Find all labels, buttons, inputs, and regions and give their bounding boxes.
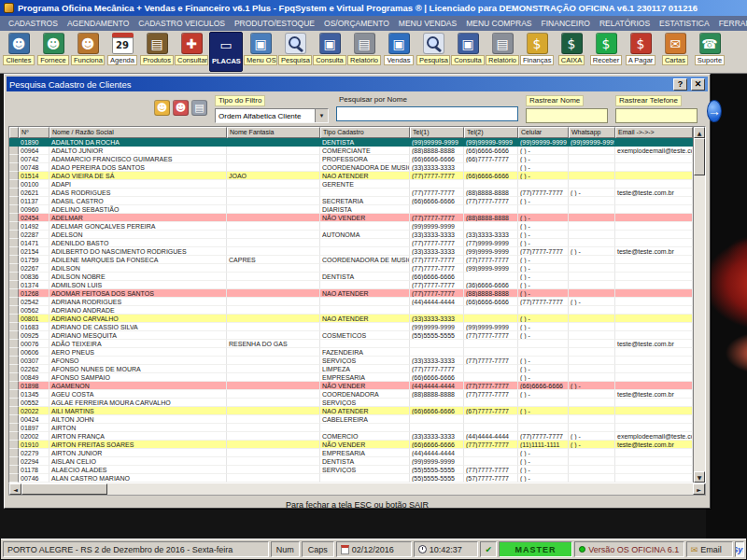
- table-row[interactable]: 00552AGLAE FERREIRA MOURA CARVALHOSERVIÇ…: [9, 399, 693, 407]
- menu-item-produto-estoque[interactable]: PRODUTO/ESTOQUE: [230, 17, 319, 30]
- table-row[interactable]: 00100ADAPIGERENTE: [9, 180, 693, 189]
- column-header-nome-raz-o-social[interactable]: Nome / Razão Social: [49, 127, 227, 138]
- horizontal-scroll-track[interactable]: [107, 483, 693, 495]
- vertical-scroll-track[interactable]: [694, 175, 705, 471]
- column-header-tel-2[interactable]: Tel(2): [464, 127, 518, 138]
- menu-item-cadastro-veiculos[interactable]: CADASTRO VEICULOS: [134, 17, 230, 30]
- vertical-scrollbar[interactable]: ▲ ▼: [693, 127, 705, 483]
- column-header-nome-fantasia[interactable]: Nome Fantasia: [227, 127, 320, 138]
- letters-button[interactable]: ✉Cartas: [658, 32, 692, 72]
- table-row[interactable]: 00849AFONSO SAMPAIOEMPRESARIA(66)6666-66…: [9, 373, 693, 382]
- track-name-input[interactable]: [526, 108, 608, 123]
- table-row[interactable]: 01910AIRTON FREITAS SOARESNÃO VENDER(66)…: [9, 441, 693, 449]
- status-email-button[interactable]: ✉ Email: [686, 541, 733, 557]
- scroll-right-icon[interactable]: ►: [693, 483, 705, 495]
- table-row[interactable]: 00748ADAO PEREIRA DOS SANTOSCOORDENADORA…: [9, 163, 693, 172]
- table-row[interactable]: 00562ADRIANO ANDRADE: [9, 306, 693, 315]
- table-row[interactable]: 01898AGAMENONNÃO VENDER(44)4444-4444(77)…: [9, 382, 693, 390]
- menu-item-financeiro[interactable]: FINANCEIRO: [537, 17, 595, 30]
- table-row[interactable]: 02022AILI MARTINSNAO ATENDER(66)6666-666…: [9, 407, 693, 415]
- menu-item-os-or-amento[interactable]: OS/ORÇAMENTO: [319, 17, 394, 30]
- cash-button[interactable]: $CAIXA: [555, 32, 588, 72]
- table-row[interactable]: 00424AILTON JOHNCABELEREIRA: [9, 415, 693, 424]
- search-go-button[interactable]: →: [707, 100, 722, 122]
- table-row[interactable]: 02454ADELMARNÃO VENDER(77)7777-7777(88)8…: [9, 214, 693, 222]
- table-row[interactable]: 02154ADILBERTO DO NASCIMENTO RODRIGUES(3…: [9, 247, 693, 256]
- scroll-down-icon[interactable]: ▼: [694, 471, 705, 483]
- table-row[interactable]: 01897AIRTON: [9, 424, 693, 432]
- table-row[interactable]: 00801ADRIANO CARVALHONAO ATENDER(33)3333…: [9, 315, 693, 323]
- table-row[interactable]: 01514ADAO VIEIRA DE SÁJOAONAO ATENDER(77…: [9, 172, 693, 180]
- sales-button[interactable]: ▣Vendas: [382, 32, 416, 72]
- table-row[interactable]: 00836ADILSON NOBREDENTISTA(66)6666-6666(…: [9, 273, 693, 281]
- scroll-left-icon[interactable]: ◄: [9, 483, 21, 495]
- table-row[interactable]: 01178ALAECIO ALADESSERVIÇOS(55)5555-5555…: [9, 466, 693, 474]
- menu-item-estatistica[interactable]: ESTATISTICA: [655, 17, 714, 30]
- sales-view-button[interactable]: ▣Consulta: [451, 32, 485, 72]
- table-row[interactable]: 02262AFONSO NUNES DE MOURALIMPEZA(77)777…: [9, 365, 693, 373]
- table-row[interactable]: 00076ADÃO TEIXEIRARESENHA DO GASteste@te…: [9, 340, 693, 348]
- printer-icon[interactable]: ▤: [191, 100, 207, 116]
- smiley-red-icon[interactable]: ☻: [173, 100, 189, 116]
- table-row[interactable]: 00925ADRIANO MESQUITACOSMETICOS(55)5555-…: [9, 331, 693, 340]
- suppliers-button[interactable]: ☻Fornece: [36, 32, 70, 72]
- table-row[interactable]: 00307AFONSOSERVIÇOS(33)3333-3333(77)7777…: [9, 357, 693, 365]
- scroll-up-icon[interactable]: ▲: [694, 127, 705, 138]
- finance-button[interactable]: $Finanças: [520, 32, 554, 72]
- table-row[interactable]: 02294AISLAN CELIODENTISTA(99)9999-9999( …: [9, 457, 693, 466]
- employees-button[interactable]: ☻Funciona: [71, 32, 105, 72]
- os-menu-button[interactable]: ▣Menu OS: [244, 32, 277, 72]
- table-row[interactable]: 02542ADRIANA RODRIGUES(44)4444-4444(66)6…: [9, 298, 693, 306]
- column-header-email[interactable]: Email ->->->: [615, 127, 693, 138]
- search-name-input[interactable]: [336, 106, 518, 121]
- menu-item-menu-vendas[interactable]: MENU VENDAS: [394, 17, 461, 30]
- payables-button[interactable]: $A Pagar: [624, 32, 657, 72]
- clients-button[interactable]: ☻Clientes: [2, 32, 35, 72]
- table-row[interactable]: 01683ADRIANO DE CASSIO SILVA(99)9999-999…: [9, 323, 693, 331]
- track-phone-input[interactable]: [615, 108, 698, 123]
- products-button[interactable]: ▤Produtos: [140, 32, 174, 72]
- menu-item-cadastros[interactable]: CADASTROS: [4, 17, 63, 30]
- support-button[interactable]: ☎Suporte: [693, 32, 726, 72]
- table-row[interactable]: 02002AIRTON FRANÇACOMERCIO(33)3333-3333(…: [9, 432, 693, 441]
- table-row[interactable]: 01890ADAILTON DA ROCHADENTISTA(99)99999-…: [9, 138, 693, 147]
- menu-item-relat-rios[interactable]: RELATÓRIOS: [595, 17, 655, 30]
- menu-item-agendamento[interactable]: AGENDAMENTO: [63, 17, 134, 30]
- table-row[interactable]: 01374ADMILSON LUIS(77)7777-7777(36)6666-…: [9, 281, 693, 289]
- table-row[interactable]: 00964ADALTO JUNIORCOMERCIANTE(88)8888-88…: [9, 147, 693, 155]
- menu-item-menu-compras[interactable]: MENU COMPRAS: [461, 17, 536, 30]
- receivables-button[interactable]: $Receber: [589, 32, 623, 72]
- table-row[interactable]: 01137ADASIL CASTROSECRETARIA(66)6666-666…: [9, 197, 693, 205]
- calendar-button[interactable]: 29Agenda: [106, 32, 139, 72]
- smiley-yellow-icon[interactable]: ☻: [154, 100, 170, 116]
- vertical-scroll-thumb[interactable]: [694, 138, 705, 175]
- column-header-whatsapp[interactable]: Whatsapp: [569, 127, 615, 138]
- table-row[interactable]: 00606AERO PNEUSFAZENDEIRA: [9, 348, 693, 357]
- column-header-tipo-cadastro[interactable]: Tipo Cadastro: [320, 127, 410, 138]
- window-title-bar[interactable]: Pesquisa Cadastro de Clientes ? ✕: [7, 77, 708, 91]
- table-row[interactable]: 01268ADOMAR FEITOSA DOS SANTOSNAO ATENDE…: [9, 289, 693, 298]
- table-row[interactable]: 00960ADELINO SEBASTIÃODIARISTA: [9, 205, 693, 214]
- chevron-down-icon[interactable]: ▼: [315, 109, 328, 122]
- plates-button[interactable]: ▭PLACAS: [209, 32, 243, 72]
- table-row[interactable]: 02279AIRTON JUNIOREMPRESARIA(44)4444-444…: [9, 449, 693, 457]
- menu-item-ferramentas[interactable]: FERRAMENTAS: [714, 17, 747, 30]
- table-row[interactable]: 01345AGEU COSTACOORDENADORA(88)8888-8888…: [9, 390, 693, 399]
- table-row[interactable]: 02621ADAS RODRIGUES(77)7777-7777(88)8888…: [9, 189, 693, 197]
- horizontal-scroll-thumb[interactable]: [21, 483, 107, 495]
- stock-search-button[interactable]: ✚Consultar: [175, 32, 208, 72]
- sales-search-button[interactable]: Pesquisa: [416, 32, 450, 72]
- os-search-button[interactable]: Pesquisa: [278, 32, 312, 72]
- os-view-button[interactable]: ▣Consulta: [313, 32, 346, 72]
- close-button[interactable]: ✕: [691, 78, 705, 91]
- table-row[interactable]: 01471ADENILDO BASTO(77)7777-7777(77)9999…: [9, 239, 693, 247]
- table-row[interactable]: 01759ADILENE MARQUES DA FONSECACAPRESCOO…: [9, 256, 693, 264]
- table-row[interactable]: 00742ADAMARCIO FRANCISCO GUIMARAESPROFES…: [9, 155, 693, 163]
- table-row[interactable]: 02287ADELSONAUTONOMA(33)3333-3333(33)333…: [9, 231, 693, 239]
- column-header-tel-1[interactable]: Tel(1): [410, 127, 464, 138]
- horizontal-scrollbar[interactable]: ◄ ►: [8, 483, 706, 496]
- help-button[interactable]: ?: [673, 78, 687, 91]
- column-header-n[interactable]: Nº: [19, 127, 49, 138]
- sales-report-button[interactable]: ▤Relatório: [486, 32, 519, 72]
- table-row[interactable]: 02267ADILSON(77)7777-7777(99)9999-9999( …: [9, 264, 693, 273]
